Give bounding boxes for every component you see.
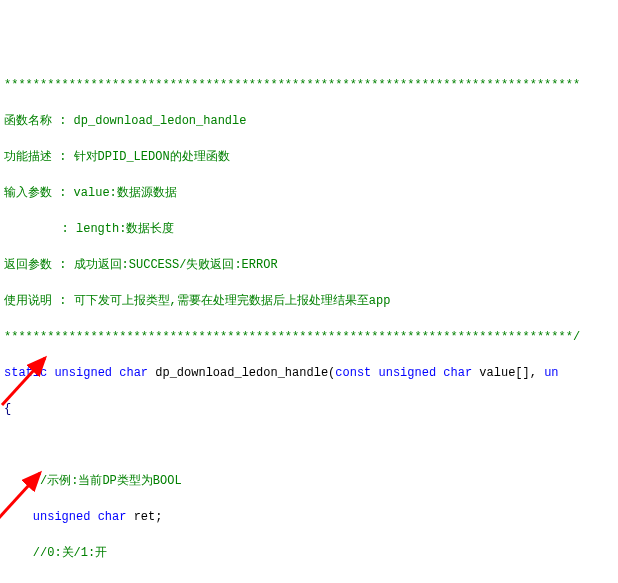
brace-open: { xyxy=(4,400,614,418)
comment-01: //0:关/1:开 xyxy=(4,544,614,562)
comment-separator-bot: ****************************************… xyxy=(4,328,614,346)
comment-in-param2: : length:数据长度 xyxy=(4,220,614,238)
comment-example: //示例:当前DP类型为BOOL xyxy=(4,472,614,490)
comment-separator-top: ****************************************… xyxy=(4,76,614,94)
fn-signature: static unsigned char dp_download_ledon_h… xyxy=(4,364,614,382)
comment-fn-name: 函数名称 : dp_download_ledon_handle xyxy=(4,112,614,130)
comment-in-param1: 输入参数 : value:数据源数据 xyxy=(4,184,614,202)
comment-use-note: 使用说明 : 可下发可上报类型,需要在处理完数据后上报处理结果至app xyxy=(4,292,614,310)
comment-fn-desc: 功能描述 : 针对DPID_LEDON的处理函数 xyxy=(4,148,614,166)
decl-ret: unsigned char ret; xyxy=(4,508,614,526)
blank-line xyxy=(4,436,614,454)
comment-ret-param: 返回参数 : 成功返回:SUCCESS/失败返回:ERROR xyxy=(4,256,614,274)
